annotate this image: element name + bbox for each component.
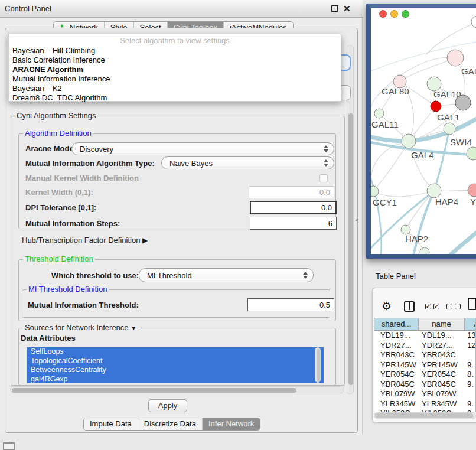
algorithm-dropdown-list: Bayesian – Hill ClimbingBasic Correlatio…: [10, 46, 340, 103]
cell[interactable]: YPR145W: [419, 360, 465, 370]
settings-gear-icon[interactable]: ⚙: [382, 300, 392, 313]
network-node-swi4[interactable]: [467, 147, 476, 160]
network-node[interactable]: [420, 247, 429, 254]
node-label-gal: GAL: [461, 66, 476, 76]
cell[interactable]: YDL19...: [419, 331, 465, 341]
cell[interactable]: YDL19...: [374, 331, 419, 341]
table-scrollbar-thumb[interactable]: [375, 413, 473, 418]
attribute-item-betweennesscentrality[interactable]: BetweennessCentrality: [27, 366, 324, 375]
network-node[interactable]: [431, 101, 441, 112]
table-row-2: YBR043CYBR043C: [374, 350, 475, 360]
network-node-hap2[interactable]: [401, 225, 410, 234]
algorithm-option-dream8-dc-tdc-algorithm[interactable]: Dream8 DC_TDC Algorithm: [10, 93, 340, 103]
cell[interactable]: YDR27...: [419, 341, 465, 351]
float-panel-icon[interactable]: [331, 5, 338, 12]
network-node[interactable]: [471, 16, 476, 28]
network-node-y[interactable]: [468, 184, 476, 197]
cell[interactable]: YPR145W: [374, 360, 419, 370]
cell[interactable]: YLR345W: [374, 399, 419, 409]
attribute-item-selfloops[interactable]: SelfLoops: [27, 347, 324, 357]
cell[interactable]: YER054C: [419, 370, 465, 380]
algorithm-option-basic-correlation-inference[interactable]: Basic Correlation Inference: [10, 56, 340, 65]
cell[interactable]: YDR27...: [374, 341, 419, 351]
apply-button[interactable]: Apply: [148, 399, 187, 412]
node-label-gal1: GAL1: [437, 112, 459, 122]
cell[interactable]: 9.: [465, 399, 475, 409]
table-body: YDL19...YDL19...13YDR27...YDR27...12YBR0…: [374, 331, 475, 412]
settings-horizontal-scrollbar[interactable]: [10, 386, 344, 393]
column-layout-icon[interactable]: [404, 301, 415, 312]
algorithm-option-bayesian-k2[interactable]: Bayesian – K2: [10, 84, 340, 93]
cell[interactable]: [465, 389, 475, 399]
attribute-item-topologicalcoefficient[interactable]: TopologicalCoefficient: [27, 357, 324, 366]
tab-impute-data[interactable]: Impute Data: [84, 418, 138, 430]
data-attributes-list[interactable]: SelfLoopsTopologicalCoefficientBetweenne…: [27, 347, 324, 383]
cell[interactable]: YLR345W: [419, 399, 465, 409]
cell[interactable]: 8.: [465, 370, 475, 380]
aracne-mode-select[interactable]: Discovery: [71, 142, 334, 155]
manual-kernel-label: Manual Kernel Width Definition: [25, 172, 139, 185]
network-node-gal[interactable]: [447, 50, 464, 66]
cell[interactable]: YBR043C: [374, 350, 419, 360]
network-node-gal4[interactable]: [402, 134, 416, 148]
cell[interactable]: YBR045C: [374, 380, 419, 390]
table-row-1: YDR27...YDR27...12: [374, 341, 475, 351]
cell[interactable]: 13: [465, 331, 475, 341]
mi-type-select[interactable]: Naive Bayes: [161, 156, 334, 169]
minimized-panel-icon[interactable]: [3, 442, 15, 450]
sources-group-title[interactable]: Sources for Network Inference ▼: [23, 324, 138, 332]
network-node[interactable]: [455, 95, 471, 110]
close-icon[interactable]: ✕: [343, 3, 351, 15]
mi-threshold-input[interactable]: [247, 298, 334, 311]
kernel-width-label: Kernel Width (0,1):: [25, 186, 93, 199]
cell[interactable]: YBL079W: [374, 389, 419, 399]
cell[interactable]: 12: [465, 341, 475, 351]
algorithm-option-aracne-algorithm[interactable]: ARACNE Algorithm: [10, 65, 340, 74]
kernel-width-input[interactable]: [249, 186, 334, 198]
network-canvas[interactable]: GALGAL80GAL10GAL1GAL11SWI4GAL4GCY1HAP4YH…: [371, 8, 476, 254]
algorithm-option-mutual-information-inference[interactable]: Mutual Information Inference: [10, 74, 340, 84]
hub-definition-expander[interactable]: Hub/Transcription Factor Definition ▶: [22, 234, 148, 247]
node-label-swi4: SWI4: [450, 137, 472, 147]
tab-infer-network[interactable]: Infer Network: [202, 418, 260, 430]
cell[interactable]: YBR045C: [419, 380, 465, 390]
mi-steps-label: Mutual Information Steps:: [25, 217, 120, 230]
aracne-mode-value: Discovery: [80, 143, 113, 155]
node-table: shared...nameA YDL19...YDL19...13YDR27..…: [374, 318, 476, 412]
column-header-a[interactable]: A: [465, 318, 476, 330]
table-panel-title: Table Panel: [376, 272, 416, 281]
algorithm-option-bayesian-hill-climbing[interactable]: Bayesian – Hill Climbing: [10, 46, 340, 56]
table-row-3: YPR145WYPR145W9.: [374, 360, 475, 370]
column-header-name[interactable]: name: [419, 318, 465, 330]
node-label-gal11: GAL11: [371, 119, 399, 129]
mi-threshold-label: Mutual Information Threshold:: [28, 299, 139, 312]
chevron-updown-icon: [324, 159, 328, 167]
attribute-item-gal4rgexp[interactable]: gal4RGexp: [27, 375, 324, 384]
network-node-gal1[interactable]: [444, 123, 455, 135]
cell[interactable]: [465, 350, 475, 360]
tab-discretize-data[interactable]: Discretize Data: [138, 418, 202, 430]
mi-steps-input[interactable]: [250, 217, 337, 230]
network-node-gal11[interactable]: [374, 109, 384, 118]
network-node-gcy1[interactable]: [371, 186, 379, 197]
cell[interactable]: YER054C: [374, 370, 419, 380]
cell[interactable]: YBL079W: [419, 389, 465, 399]
export-table-icon[interactable]: [468, 298, 476, 310]
dpi-tolerance-input[interactable]: [250, 201, 337, 214]
deselect-all-icon[interactable]: [446, 304, 461, 309]
dpi-tolerance-label: DPI Tolerance [0,1]:: [25, 201, 96, 214]
mi-threshold-group-title: MI Threshold Definition: [27, 285, 109, 294]
attributes-list-scrollbar[interactable]: [315, 347, 321, 383]
network-view-window[interactable]: GALGAL80GAL10GAL1GAL11SWI4GAL4GCY1HAP4YH…: [366, 4, 476, 259]
network-node-hap4[interactable]: [427, 184, 441, 198]
chevron-right-icon: ▶: [142, 236, 148, 244]
cell[interactable]: 9.: [465, 380, 475, 390]
cell[interactable]: YBR043C: [419, 350, 465, 360]
column-header-shared[interactable]: shared...: [374, 318, 419, 330]
which-threshold-select[interactable]: MI Threshold: [139, 268, 314, 282]
select-all-icon[interactable]: ✓✓: [425, 304, 439, 309]
panel-splitter-handle[interactable]: [355, 218, 358, 223]
algorithm-definition-title: Algorithm Definition: [23, 129, 93, 138]
manual-kernel-checkbox[interactable]: [319, 174, 328, 182]
cell[interactable]: 9.: [465, 360, 475, 370]
